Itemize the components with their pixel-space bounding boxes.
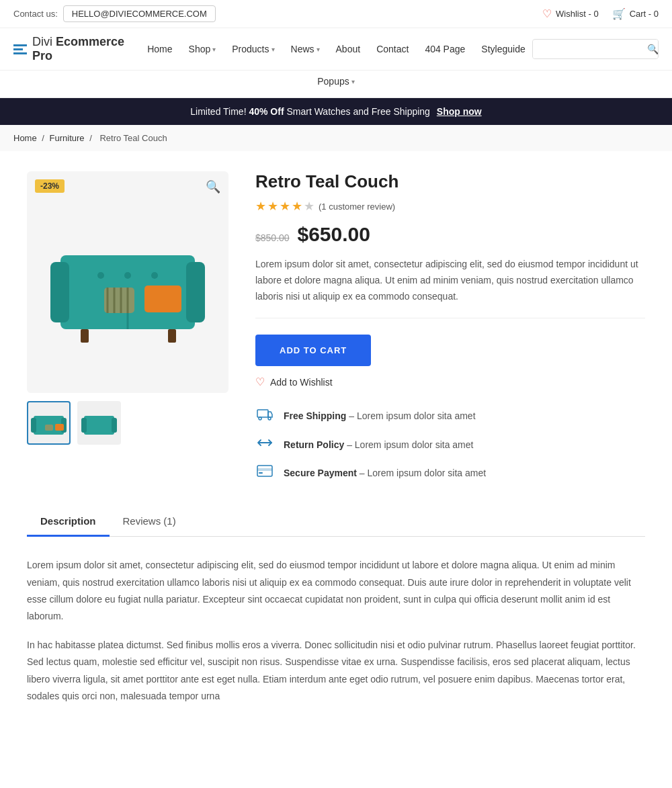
chevron-down-icon: ▾ xyxy=(271,46,275,53)
wishlist-button[interactable]: ♡ Wishlist - 0 xyxy=(542,7,599,20)
feature-shipping: Free Shipping – Lorem ipsum dolor sita a… xyxy=(255,407,645,424)
nav-news[interactable]: News ▾ xyxy=(284,38,327,60)
svg-rect-4 xyxy=(50,262,69,322)
svg-point-9 xyxy=(151,272,158,279)
thumbnails xyxy=(27,401,228,445)
add-to-cart-button[interactable]: ADD TO CART xyxy=(255,335,371,366)
logo-text: Divi Ecommerce Pro xyxy=(32,35,140,63)
thumbnail-1[interactable] xyxy=(27,401,71,445)
breadcrumb: Home / Furniture / Retro Teal Couch xyxy=(0,125,672,151)
chevron-down-icon: ▾ xyxy=(212,46,216,53)
search-input[interactable] xyxy=(533,40,640,58)
product-title: Retro Teal Couch xyxy=(255,171,645,192)
breadcrumb-current: Retro Teal Couch xyxy=(99,133,167,143)
top-bar: Contact us: HELLO@DIVIECOMMERCE.COM ♡ Wi… xyxy=(0,0,672,28)
nav-404[interactable]: 404 Page xyxy=(418,38,472,60)
feature-return-text: Return Policy – Lorem ipsum dolor sita a… xyxy=(284,439,473,450)
breadcrumb-category[interactable]: Furniture xyxy=(50,133,85,143)
feature-list: Free Shipping – Lorem ipsum dolor sita a… xyxy=(255,407,645,480)
cart-button[interactable]: 🛒 Cart - 0 xyxy=(612,7,659,20)
heart-icon: ♡ xyxy=(542,7,552,20)
svg-rect-10 xyxy=(144,286,181,312)
cart-icon: 🛒 xyxy=(612,7,626,20)
product-images: -23% 🔍 xyxy=(27,171,228,445)
svg-rect-20 xyxy=(55,424,64,431)
star-2: ★ xyxy=(267,199,278,214)
promo-cta[interactable]: Shop now xyxy=(437,106,482,117)
feature-payment-text: Secure Payment – Lorem ipsum dolor sita … xyxy=(284,468,486,478)
svg-point-7 xyxy=(97,272,104,279)
product-container: -23% 🔍 xyxy=(13,171,659,480)
nav-shop[interactable]: Shop ▾ xyxy=(182,38,223,60)
svg-point-28 xyxy=(268,417,271,420)
wishlist-heart-icon: ♡ xyxy=(255,376,265,388)
nav-products[interactable]: Products ▾ xyxy=(225,38,281,60)
star-3: ★ xyxy=(280,199,290,214)
discount-badge: -23% xyxy=(35,179,65,193)
promo-banner: Limited Time! 40% Off Smart Watches and … xyxy=(0,98,672,125)
feature-payment: Secure Payment – Lorem ipsum dolor sita … xyxy=(255,465,645,480)
star-1: ★ xyxy=(255,199,266,214)
main-image-wrapper: -23% 🔍 xyxy=(27,171,228,393)
description-para-2: In hac habitasse platea dictumst. Sed fi… xyxy=(27,637,645,705)
svg-rect-24 xyxy=(81,418,87,433)
description-para-1: Lorem ipsum dolor sit amet, consectetur … xyxy=(27,557,645,625)
contact-email: HELLO@DIVIECOMMERCE.COM xyxy=(63,5,216,22)
wishlist-label: Add to Wishlist xyxy=(270,377,333,388)
contact-section: Contact us: HELLO@DIVIECOMMERCE.COM xyxy=(13,5,216,22)
chevron-down-icon: ▾ xyxy=(351,78,355,85)
top-bar-actions: ♡ Wishlist - 0 🛒 Cart - 0 xyxy=(542,7,659,20)
cart-label: Cart - 0 xyxy=(630,9,659,19)
tab-content: Lorem ipsum dolor sit amet, consectetur … xyxy=(27,537,645,737)
feature-return: Return Policy – Lorem ipsum dolor sita a… xyxy=(255,436,645,453)
nav-home[interactable]: Home xyxy=(140,38,179,60)
logo[interactable]: Divi Ecommerce Pro xyxy=(13,35,140,63)
sale-price: $650.00 xyxy=(298,223,370,245)
star-5: ★ xyxy=(304,199,314,214)
rating: ★ ★ ★ ★ ★ (1 customer review) xyxy=(255,199,645,214)
tabs-section: Description Reviews (1) Lorem ipsum dolo… xyxy=(13,507,659,737)
nav-styleguide[interactable]: Styleguide xyxy=(474,38,532,60)
search-button[interactable]: 🔍 xyxy=(640,40,659,58)
svg-point-8 xyxy=(124,272,131,279)
nav-about[interactable]: About xyxy=(329,38,368,60)
main-nav: Home Shop ▾ Products ▾ News ▾ About Cont… xyxy=(140,38,532,60)
tab-list: Description Reviews (1) xyxy=(27,507,645,537)
svg-rect-30 xyxy=(257,468,272,471)
review-count[interactable]: (1 customer review) xyxy=(319,202,395,212)
svg-rect-23 xyxy=(84,416,114,427)
svg-rect-5 xyxy=(186,262,205,322)
feature-shipping-text: Free Shipping – Lorem ipsum dolor sita a… xyxy=(284,410,476,421)
nav-popups[interactable]: Popups ▾ xyxy=(310,71,361,92)
add-to-wishlist-button[interactable]: ♡ Add to Wishlist xyxy=(255,376,333,388)
promo-prefix: Limited Time! xyxy=(190,106,249,117)
svg-rect-25 xyxy=(112,418,117,433)
thumbnail-2[interactable] xyxy=(77,401,121,445)
tab-description[interactable]: Description xyxy=(27,507,110,537)
svg-rect-11 xyxy=(104,288,134,313)
zoom-icon[interactable]: 🔍 xyxy=(206,179,220,194)
star-4: ★ xyxy=(292,199,302,214)
header: Divi Ecommerce Pro Home Shop ▾ Products … xyxy=(0,28,672,71)
promo-suffix: Smart Watches and Free Shipping xyxy=(286,106,429,117)
breadcrumb-home[interactable]: Home xyxy=(13,133,37,143)
nav-contact[interactable]: Contact xyxy=(370,38,415,60)
svg-rect-22 xyxy=(84,425,114,435)
chevron-down-icon: ▾ xyxy=(317,46,320,53)
product-image xyxy=(40,215,215,349)
search-box: 🔍 xyxy=(532,39,659,59)
logo-icon xyxy=(13,44,27,54)
svg-rect-26 xyxy=(257,410,268,417)
svg-point-27 xyxy=(259,417,261,420)
svg-rect-31 xyxy=(259,472,263,474)
svg-rect-21 xyxy=(45,425,53,431)
shipping-icon xyxy=(255,407,274,424)
contact-label: Contact us: xyxy=(13,9,58,19)
return-icon xyxy=(255,436,274,453)
price-section: $850.00 $650.00 xyxy=(255,223,645,246)
tab-reviews[interactable]: Reviews (1) xyxy=(110,507,190,537)
original-price: $850.00 xyxy=(255,232,290,243)
svg-rect-18 xyxy=(31,418,36,433)
payment-icon xyxy=(255,465,274,480)
product-info: Retro Teal Couch ★ ★ ★ ★ ★ (1 customer r… xyxy=(255,171,645,480)
